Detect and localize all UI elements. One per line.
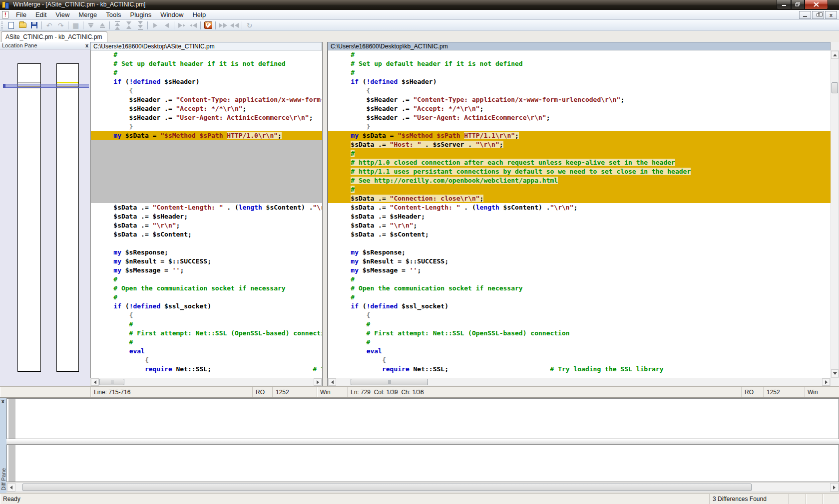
diff-pane-splitter[interactable]	[6, 439, 839, 445]
previous-difference-button[interactable]	[96, 20, 108, 30]
minimize-button[interactable]	[777, 0, 791, 9]
open-button[interactable]	[17, 20, 28, 30]
document-icon	[2, 11, 8, 18]
scroll-left-arrow[interactable]	[328, 378, 336, 386]
location-pane-close-icon[interactable]: x	[85, 42, 88, 49]
undo-button[interactable]: ↶	[43, 20, 55, 30]
right-codepage-status: 1252	[763, 387, 804, 397]
new-file-button[interactable]	[5, 20, 17, 30]
location-pane-body[interactable]	[0, 49, 90, 386]
app-icon	[2, 1, 10, 9]
pane-splitter[interactable]	[322, 42, 328, 386]
tab-bar: ASite_CTINIC.pm - kb_ACTINIC.pm	[0, 31, 839, 42]
location-bar-left[interactable]	[17, 63, 41, 372]
prev-diff-icon	[100, 23, 105, 28]
diff-pane-close-icon[interactable]: x	[1, 399, 4, 404]
menu-plugins[interactable]: Plugins	[126, 10, 156, 19]
code-line: my $sResponse;	[328, 248, 831, 257]
code-line: if (!defined $sHeader)	[91, 77, 322, 86]
scroll-right-arrow[interactable]	[314, 378, 322, 386]
scroll-up-arrow[interactable]	[831, 51, 839, 59]
refresh-button[interactable]: ↻	[244, 20, 255, 30]
title-bar[interactable]: WinMerge - [ASite_CTINIC.pm - kb_ACTINIC…	[0, 0, 839, 10]
diff-pane-gutter	[8, 399, 15, 439]
merge-grid-icon: ▦	[72, 22, 79, 29]
code-line: }	[91, 122, 322, 131]
left-horizontal-scrollbar[interactable]	[90, 378, 322, 386]
redo-icon: ↷	[58, 22, 64, 29]
vertical-scrollbar[interactable]	[831, 50, 839, 378]
code-line: #	[91, 275, 322, 284]
save-button[interactable]	[28, 20, 40, 30]
scroll-right-arrow[interactable]	[830, 483, 839, 492]
copy-all-right-button[interactable]	[217, 20, 229, 30]
scroll-left-arrow[interactable]	[91, 378, 99, 386]
copy-left-and-advance-button[interactable]	[187, 20, 199, 30]
visible-area-indicator[interactable]	[3, 84, 89, 88]
restore-button[interactable]	[791, 0, 805, 9]
right-file-path-header[interactable]: C:\Users\e168600\Desktop\kb_ACTINIC.pm	[328, 42, 831, 50]
vertical-scroll-thumb[interactable]	[832, 82, 838, 93]
menu-help[interactable]: Help	[188, 10, 210, 19]
current-difference-button[interactable]	[123, 20, 134, 30]
location-bar-right[interactable]	[56, 63, 79, 372]
menu-bar: File Edit View Merge Tools Plugins Windo…	[0, 10, 839, 20]
right-horizontal-scrollbar[interactable]	[328, 378, 831, 386]
menu-window[interactable]: Window	[156, 10, 188, 19]
toolbar-grip[interactable]	[1, 21, 4, 29]
scroll-down-arrow[interactable]	[831, 369, 839, 377]
mdi-minimize-button[interactable]	[799, 11, 811, 19]
copy-right-button[interactable]	[149, 20, 161, 30]
code-line: {	[328, 86, 831, 95]
menu-merge[interactable]: Merge	[74, 10, 101, 19]
diff-marker	[57, 82, 78, 83]
copy-all-left-button[interactable]	[229, 20, 240, 30]
close-button[interactable]	[805, 0, 828, 9]
right-editor[interactable]: # # Set up default header if it is not d…	[328, 50, 831, 378]
left-editor[interactable]: # # Set up default header if it is not d…	[90, 50, 322, 378]
code-line: #	[328, 338, 831, 347]
code-line: $sHeader .= "Content-Type: application/x…	[91, 95, 322, 104]
diff-pane-horizontal-scrollbar[interactable]	[6, 483, 839, 492]
left-eol-status: Win	[317, 387, 347, 397]
redo-button[interactable]: ↷	[55, 20, 66, 30]
code-line: #	[328, 149, 831, 158]
scroll-right-arrow[interactable]	[822, 378, 830, 386]
menu-tools[interactable]: Tools	[101, 10, 125, 19]
mdi-restore-button[interactable]	[812, 11, 824, 19]
left-horizontal-scroll-thumb[interactable]	[99, 379, 124, 385]
code-line: #	[328, 68, 831, 77]
code-line: #	[91, 50, 322, 59]
differences-found-status: 3 Differences Found	[709, 494, 788, 504]
left-file-path-header[interactable]: C:\Users\e168600\Desktop\ASite_CTINIC.pm	[90, 42, 322, 50]
code-line: my $sData = "$sMethod $sPath HTTP/1.1\r\…	[328, 131, 831, 140]
new-file-icon	[8, 22, 14, 29]
code-line: my $sData = "$sMethod $sPath HTTP/1.0\r\…	[91, 131, 322, 140]
compare-tab[interactable]: ASite_CTINIC.pm - kb_ACTINIC.pm	[1, 31, 107, 42]
menu-edit[interactable]: Edit	[31, 10, 51, 19]
last-difference-button[interactable]	[134, 20, 146, 30]
right-horizontal-scroll-thumb[interactable]	[351, 379, 428, 385]
right-line-status: Ln: 729 Col: 1/39 Ch: 1/36	[347, 387, 741, 397]
menu-file[interactable]: File	[11, 10, 31, 19]
mdi-close-button[interactable]: x	[825, 11, 837, 19]
scroll-left-arrow[interactable]	[7, 483, 15, 492]
view-merge-mode-button[interactable]: ▦	[70, 20, 81, 30]
options-button[interactable]	[202, 20, 214, 30]
copy-right-and-advance-button[interactable]	[176, 20, 187, 30]
code-line	[91, 158, 322, 167]
code-line: require Net::SSL; # Try loading the SSL …	[328, 365, 831, 374]
scrollbar-corner	[831, 378, 839, 386]
first-difference-button[interactable]	[111, 20, 123, 30]
code-line: # http/1.0 closed connection after each …	[328, 158, 831, 167]
ready-status: Ready	[0, 494, 709, 504]
code-line: my $sMessage = '';	[91, 266, 322, 275]
next-difference-button[interactable]	[85, 20, 96, 30]
diff-pane-scroll-thumb[interactable]	[22, 484, 752, 491]
code-line: # Set up default header if it is not def…	[91, 59, 322, 68]
menu-view[interactable]: View	[51, 10, 74, 19]
copy-left-button[interactable]	[161, 20, 172, 30]
diff-pane-top-view[interactable]	[6, 398, 839, 439]
diff-pane-bottom-view[interactable]	[6, 445, 839, 482]
code-line: require Net::SSL; # Try loading the SSL …	[91, 365, 322, 374]
